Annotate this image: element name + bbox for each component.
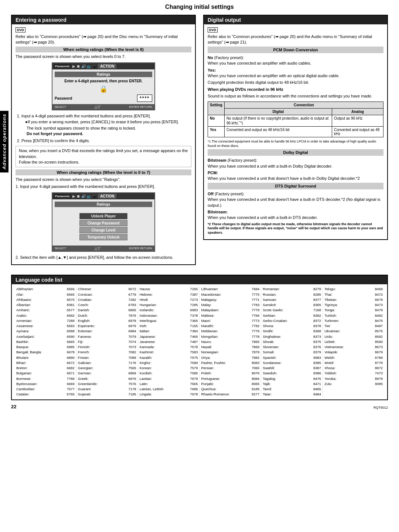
lang-row: Danish:6865: [78, 308, 136, 313]
lang-row: Thai:8472: [324, 292, 383, 297]
dts-header: DTS Digital Surround: [208, 183, 383, 189]
lang-code: 8076: [246, 371, 259, 376]
lang-code: 6682: [62, 365, 75, 371]
lang-name: Tigrinya:: [324, 302, 370, 308]
lang-name: Sanskrit:: [263, 302, 308, 308]
table-row-no: No No output (If there is no copyright p…: [208, 115, 383, 126]
lang-code: 6765: [62, 392, 75, 397]
lang-code: 7185: [123, 392, 136, 397]
lang-row: Aymara:6588: [16, 329, 75, 334]
menu-item-change-level[interactable]: Change Level: [79, 227, 127, 233]
menu-item-temp-unlock[interactable]: Temporary Unlock: [79, 234, 127, 240]
nav-arrows-2: △▽: [95, 246, 100, 250]
lang-code: 7168: [308, 308, 321, 313]
dolby-pcm: PCM: When you have connected a unit that…: [208, 170, 383, 182]
lang-row: Afrikaans:6570: [16, 297, 75, 302]
pcm-header: PCM Down Conversion: [208, 47, 383, 53]
lang-row: Malayalam:7779: [201, 308, 259, 313]
lang-name: Singhalese:: [263, 334, 308, 339]
table-cell-yes-digital: Converted and output as 48 kHz/16 bit: [224, 126, 332, 137]
menu-item-change-password[interactable]: Change Password: [79, 220, 127, 226]
lang-name: Kashmiri:: [140, 350, 185, 355]
lang-name: Turkmen:: [324, 318, 370, 323]
lang-row: Corsican:6779: [78, 292, 136, 297]
step1-bullet1: ●If you enter a wrong number, press [CAN…: [25, 119, 191, 125]
lang-code: 6665: [62, 339, 75, 344]
lang-row: Scots Gaelic:7168: [263, 308, 321, 313]
lang-row: Tibetan:6679: [324, 297, 383, 302]
dolby-bitstream: Bitstream (Factory preset): When you hav…: [208, 158, 383, 169]
lang-code: 8679: [370, 350, 383, 355]
lang-name: Moldavian:: [201, 329, 246, 334]
lang-row: Japanese:7465: [140, 334, 198, 339]
lang-code: 8185: [246, 387, 259, 392]
lang-row: Samoan:8377: [263, 297, 321, 302]
lang-row: French:7082: [78, 350, 136, 355]
lang-code: 8476: [308, 376, 321, 381]
lang-code: 7065: [246, 365, 259, 371]
lang-code: 8375: [308, 339, 321, 344]
lang-row: Amharic:6577: [16, 308, 75, 313]
lang-name: Armenian:: [16, 318, 62, 323]
lang-row: Turkmen:8475: [324, 318, 383, 323]
lang-code: 8372: [308, 318, 321, 323]
lang-name: Samoan:: [263, 297, 308, 302]
lang-row: Croatian:7282: [78, 297, 136, 302]
lang-code: 8472: [370, 292, 383, 297]
lang-row: Malay:7783: [201, 302, 259, 308]
lang-row: Finnish:7073: [78, 344, 136, 350]
lang-code: 7783: [246, 302, 259, 308]
lang-row: Laotian:7679: [140, 376, 198, 381]
lang-row: Sundanese:8385: [263, 360, 321, 365]
lang-name: Scots Gaelic:: [263, 308, 308, 313]
screen-1: Panasonic ▶ ⏹ 🔊 📺 📱 ACTION Ratings Enter…: [52, 62, 155, 110]
setting-ratings-desc: The password screen is shown when you se…: [16, 54, 191, 59]
lang-row: Korean:7579: [140, 365, 198, 371]
lang-code: 7575: [185, 355, 198, 360]
action-label-2: ACTION: [98, 194, 116, 199]
screen2-icons: ▶ ⏹ 🔊 📺 📱: [72, 194, 96, 198]
lang-row: Kannada:7578: [140, 344, 198, 350]
lang-name: Dutch:: [78, 313, 123, 318]
password-stars: ****: [137, 95, 152, 102]
lang-row: Cambodian:7577: [16, 387, 75, 392]
lang-name: Russian:: [263, 292, 308, 297]
lang-code: 8482: [370, 313, 383, 318]
lang-name: Rhaeto-Romance:: [201, 392, 246, 397]
lang-name: Polish:: [201, 371, 246, 376]
lang-code: 6570: [62, 297, 75, 302]
lang-code: 7771: [246, 297, 259, 302]
lang-row: Somali:8379: [263, 350, 321, 355]
table-cell-no: No: [208, 115, 225, 126]
lang-row: Rhaeto-Romance:8277: [201, 392, 259, 397]
lang-row: Hindi:7273: [140, 297, 198, 302]
lang-name: Persian:: [201, 365, 246, 371]
menu-item-unlock[interactable]: Unlock Player: [79, 213, 127, 219]
enter-return-2: ENTER RETURN: [129, 247, 152, 250]
lang-code: 8979: [370, 376, 383, 381]
lang-row: Zulu:9085: [324, 381, 383, 387]
lang-row: Shona:8378: [263, 323, 321, 329]
entering-password-header: Entering a password: [12, 16, 195, 24]
select-label-2: SELECT: [55, 247, 66, 250]
digital-output-header: Digital output: [204, 16, 387, 24]
lang-code: 6865: [123, 308, 136, 313]
lang-row: Arabic:6582: [16, 313, 75, 318]
lang-row: Byelorussian:6669: [16, 381, 75, 387]
lang-code: 8385: [308, 360, 321, 365]
lang-code: 7178: [123, 387, 136, 392]
lang-code: 8365: [308, 302, 321, 308]
lang-code: 8373: [308, 334, 321, 339]
lang-row: Kashmiri:7583: [140, 350, 198, 355]
lang-name: Zulu:: [324, 381, 370, 387]
lang-col-2: Hausa:7265Hebrew:7387Hindi:7273Hungarian…: [138, 286, 200, 397]
lang-row: Assamese:6583: [16, 323, 75, 329]
lang-code: 6678: [62, 350, 75, 355]
lang-row: Turkish:8482: [324, 313, 383, 318]
step2-text: 2. Select the item with [▲,▼] and press …: [16, 255, 191, 260]
lang-code: 7578: [185, 344, 198, 350]
lang-row: Tagalog:8476: [263, 376, 321, 381]
lang-code: 7384: [185, 329, 198, 334]
lang-row: Afar:6565: [16, 292, 75, 297]
lang-name: Lithuanian:: [201, 286, 246, 292]
